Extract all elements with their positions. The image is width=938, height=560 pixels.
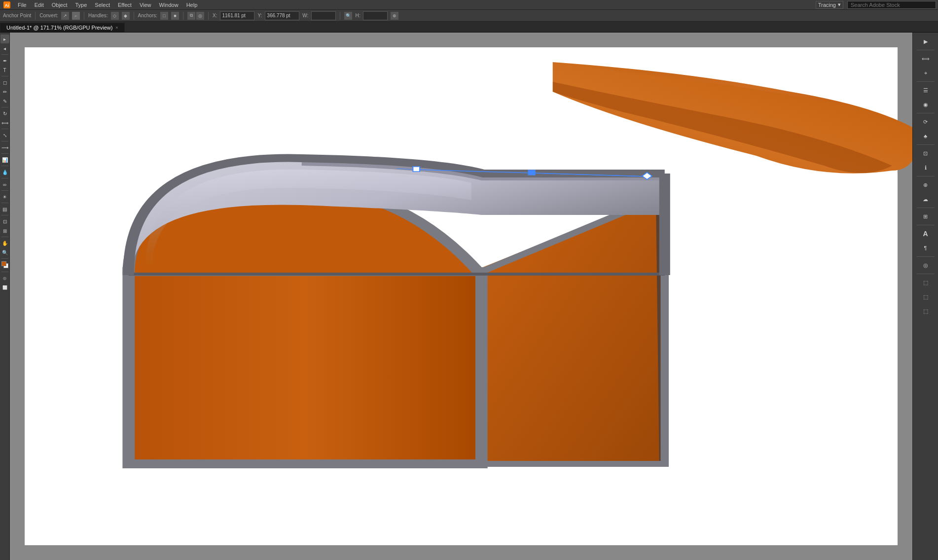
menu-view[interactable]: View bbox=[136, 1, 155, 9]
convert-icon-2[interactable]: ⌐ bbox=[72, 12, 80, 20]
panel-btn-cc-libraries[interactable]: ⬚ bbox=[916, 290, 936, 304]
pen-tool[interactable]: ✒ bbox=[0, 56, 9, 65]
panel-btn-appearance[interactable]: ⟳ bbox=[916, 115, 936, 129]
panel-btn-artboards[interactable]: ◉ bbox=[916, 98, 936, 111]
panel-btn-play[interactable]: ▶ bbox=[916, 35, 936, 48]
action-icons: ⧉ ◎ bbox=[187, 12, 204, 20]
menu-object[interactable]: Object bbox=[48, 1, 72, 9]
workspace-dropdown[interactable]: Tracing ▾ bbox=[816, 1, 843, 9]
warp-tool[interactable]: ⟿ bbox=[0, 143, 9, 152]
y-label: Y: bbox=[257, 13, 262, 18]
rectangle-tool[interactable]: ◻ bbox=[0, 78, 9, 87]
svg-rect-5 bbox=[413, 167, 420, 172]
zoom-icon[interactable]: 🔍 bbox=[344, 12, 352, 20]
tab-bar: Untitled-1* @ 171.71% (RGB/GPU Preview) … bbox=[0, 22, 938, 33]
handles-icon-2[interactable]: ◆ bbox=[122, 12, 130, 20]
panel-btn-transform[interactable]: ⌖ bbox=[916, 66, 936, 80]
convert-icon-1[interactable]: ↗ bbox=[61, 12, 69, 20]
y-input[interactable] bbox=[265, 11, 299, 20]
h-label: H: bbox=[355, 13, 360, 18]
svg-text:Ai: Ai bbox=[5, 3, 9, 8]
right-panel: ▶ ⟺ ⌖ ☰ ◉ ⟳ ♣ ⊡ ℹ ⊕ ☁ ⊞ A ¶ ◎ ⬚ ⬚ ⬚ bbox=[912, 33, 938, 560]
panel-btn-symbols[interactable]: ⊕ bbox=[916, 178, 936, 192]
panel-btn-swatches[interactable]: ⊞ bbox=[916, 210, 936, 223]
eyedropper-tool[interactable]: 💧 bbox=[0, 168, 9, 176]
action-btn-2[interactable]: ◎ bbox=[196, 12, 204, 20]
pencil-tool[interactable]: ✎ bbox=[0, 97, 9, 105]
anchors-icon-2[interactable]: ■ bbox=[171, 12, 179, 20]
menu-effect[interactable]: Effect bbox=[114, 1, 136, 9]
rotate-tool[interactable]: ↻ bbox=[0, 109, 9, 118]
scale-tool[interactable]: ⤡ bbox=[0, 131, 9, 140]
normal-mode[interactable]: ◎ bbox=[0, 274, 9, 282]
artboard-tool[interactable]: ⊡ bbox=[0, 217, 9, 226]
anchors-icon-1[interactable]: □ bbox=[160, 12, 168, 20]
blend-tool[interactable]: ∞ bbox=[0, 180, 9, 189]
anchors-label: Anchors: bbox=[138, 13, 157, 18]
tab-untitled[interactable]: Untitled-1* @ 171.71% (RGB/GPU Preview) … bbox=[0, 23, 125, 32]
column-graph-tool[interactable]: ▤ bbox=[0, 205, 9, 213]
w-input[interactable] bbox=[311, 11, 336, 20]
panel-btn-align[interactable]: ⊡ bbox=[916, 146, 936, 160]
x-label: X: bbox=[213, 13, 217, 18]
x-input[interactable] bbox=[220, 11, 254, 20]
options-bar: Anchor Point Convert: ↗ ⌐ Handles: ◇ ◆ A… bbox=[0, 10, 938, 22]
main-area: ▸ ◂ ✒ T ◻ ✏ ✎ ↻ ⟺ ⤡ ⟿ 📊 💧 ∞ ☀ ▤ ⊡ ⊞ ✋ 🔍 bbox=[0, 33, 938, 560]
chest-box bbox=[129, 158, 665, 464]
type-tool[interactable]: T bbox=[0, 66, 9, 74]
handles-label: Handles: bbox=[88, 13, 108, 18]
selection-tool[interactable]: ▸ bbox=[0, 35, 9, 43]
left-toolbar: ▸ ◂ ✒ T ◻ ✏ ✎ ↻ ⟺ ⤡ ⟿ 📊 💧 ∞ ☀ ▤ ⊡ ⊞ ✋ 🔍 bbox=[0, 33, 10, 560]
wing-shape bbox=[553, 62, 912, 174]
panel-btn-color[interactable]: ◎ bbox=[916, 258, 936, 272]
svg-rect-6 bbox=[528, 170, 535, 175]
panel-btn-link[interactable]: ⟺ bbox=[916, 52, 936, 66]
panel-btn-char[interactable]: A bbox=[916, 227, 936, 241]
fill-stroke-chips[interactable] bbox=[0, 260, 9, 270]
app-icon: Ai bbox=[2, 1, 12, 9]
w-label: W: bbox=[302, 13, 308, 18]
direct-selection-tool[interactable]: ◂ bbox=[0, 44, 9, 53]
panel-btn-pathfinder[interactable]: ℹ bbox=[916, 161, 936, 175]
anchor-point-label: Anchor Point bbox=[3, 13, 31, 18]
tab-close-button[interactable]: × bbox=[115, 25, 118, 30]
panel-btn-para[interactable]: ¶ bbox=[916, 241, 936, 255]
menu-edit[interactable]: Edit bbox=[31, 1, 48, 9]
action-btn-1[interactable]: ⧉ bbox=[187, 12, 195, 20]
fullscreen-mode[interactable]: ⬜ bbox=[0, 283, 9, 292]
paintbrush-tool[interactable]: ✏ bbox=[0, 87, 9, 96]
adobe-stock-search[interactable] bbox=[847, 1, 936, 9]
panel-btn-images[interactable]: ⬚ bbox=[916, 276, 936, 289]
artwork-svg bbox=[10, 33, 912, 560]
menu-type[interactable]: Type bbox=[72, 1, 91, 9]
convert-label: Convert: bbox=[39, 13, 58, 18]
panel-btn-brushes[interactable]: ☁ bbox=[916, 192, 936, 206]
reflect-tool[interactable]: ⟺ bbox=[0, 118, 9, 127]
panel-btn-layers[interactable]: ☰ bbox=[916, 83, 936, 97]
transform-btn[interactable]: ⊕ bbox=[391, 12, 398, 20]
menu-select[interactable]: Select bbox=[91, 1, 114, 9]
hand-tool[interactable]: ✋ bbox=[0, 239, 9, 247]
menu-help[interactable]: Help bbox=[182, 1, 202, 9]
canvas-area[interactable] bbox=[10, 33, 912, 560]
zoom-tool[interactable]: 🔍 bbox=[0, 248, 9, 257]
slice-tool[interactable]: ⊞ bbox=[0, 226, 9, 235]
menu-file[interactable]: File bbox=[14, 1, 31, 9]
panel-btn-graphic-styles[interactable]: ♣ bbox=[916, 129, 936, 143]
menu-bar: Ai File Edit Object Type Select Effect V… bbox=[0, 0, 938, 10]
graph-tool[interactable]: 📊 bbox=[0, 155, 9, 164]
menu-window[interactable]: Window bbox=[155, 1, 182, 9]
symbol-tool[interactable]: ☀ bbox=[0, 192, 9, 201]
h-input[interactable] bbox=[363, 11, 388, 20]
tab-title: Untitled-1* @ 171.71% (RGB/GPU Preview) bbox=[6, 25, 112, 31]
handles-icon-1[interactable]: ◇ bbox=[111, 12, 119, 20]
panel-btn-asset-export[interactable]: ⬚ bbox=[916, 304, 936, 318]
